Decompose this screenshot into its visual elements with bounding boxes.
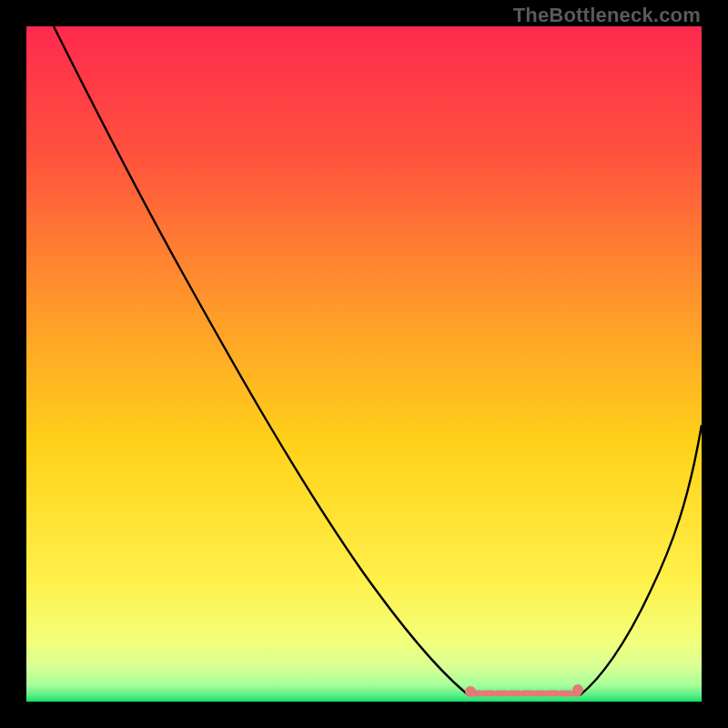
plateau-marker-right: [572, 684, 583, 695]
watermark-text: TheBottleneck.com: [513, 4, 701, 27]
bottleneck-curve-chart: [26, 26, 702, 702]
gradient-background: [26, 26, 702, 702]
chart-frame: [26, 26, 702, 702]
plateau-marker-left: [465, 686, 476, 697]
